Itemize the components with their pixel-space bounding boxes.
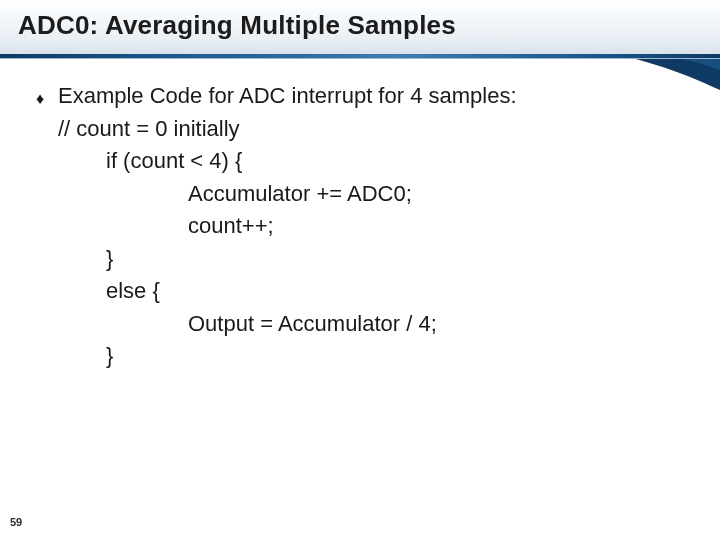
- code-line: Output = Accumulator / 4;: [188, 308, 690, 341]
- code-line: Accumulator += ADC0;: [188, 178, 690, 211]
- code-line: count++;: [188, 210, 690, 243]
- code-line: if (count < 4) {: [106, 145, 690, 178]
- code-line: }: [106, 340, 690, 373]
- title-underline: [0, 54, 720, 58]
- code-line: }: [106, 243, 690, 276]
- page-number: 59: [10, 516, 22, 528]
- bullet-item: ♦ Example Code for ADC interrupt for 4 s…: [58, 80, 690, 113]
- code-line: // count = 0 initially: [58, 113, 690, 146]
- code-line: else {: [106, 275, 690, 308]
- diamond-bullet-icon: ♦: [36, 87, 44, 111]
- slide: ADC0: Averaging Multiple Samples ♦ Examp…: [0, 0, 720, 540]
- slide-content: ♦ Example Code for ADC interrupt for 4 s…: [0, 58, 720, 373]
- slide-title: ADC0: Averaging Multiple Samples: [18, 10, 702, 41]
- title-bar: ADC0: Averaging Multiple Samples: [0, 0, 720, 58]
- bullet-text: Example Code for ADC interrupt for 4 sam…: [58, 83, 517, 108]
